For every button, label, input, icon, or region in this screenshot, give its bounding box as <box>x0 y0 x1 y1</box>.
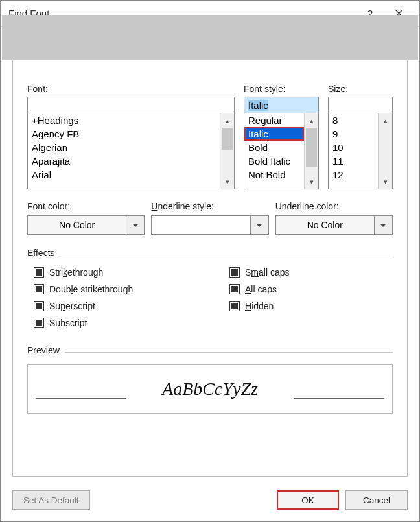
checkbox-double-strikethrough[interactable]: Double strikethrough <box>34 284 197 294</box>
size-label: Size: <box>328 84 393 94</box>
cancel-button[interactable]: Cancel <box>345 490 408 510</box>
chevron-down-icon[interactable] <box>251 215 269 235</box>
list-item[interactable]: Arial <box>28 168 220 182</box>
preview-text: AaBbCcYyZz <box>162 379 258 399</box>
effects-group: Strikethrough Double strikethrough Super… <box>27 267 393 328</box>
font-input[interactable] <box>27 97 235 113</box>
font-style-label: Font style: <box>244 84 319 94</box>
list-item[interactable]: 10 <box>329 141 378 154</box>
size-listbox[interactable]: 8 9 10 11 12 ▴ ▾ <box>328 113 393 189</box>
scroll-down-icon[interactable]: ▾ <box>220 174 234 189</box>
underline-style-label: Underline style: <box>151 201 268 211</box>
chevron-down-icon[interactable] <box>126 215 145 235</box>
effects-label: Effects <box>27 248 55 258</box>
list-item[interactable]: 11 <box>329 154 378 168</box>
scroll-up-icon[interactable]: ▴ <box>379 113 392 128</box>
list-item[interactable]: Agency FB <box>28 127 220 141</box>
list-item[interactable]: Aparajita <box>28 154 220 168</box>
chevron-down-icon[interactable] <box>375 215 393 235</box>
list-item[interactable]: 12 <box>329 168 378 182</box>
scroll-down-icon[interactable]: ▾ <box>379 174 392 189</box>
list-item[interactable]: Italic <box>244 127 304 141</box>
font-style-listbox[interactable]: Regular Italic Bold Bold Italic Not Bold… <box>244 113 319 189</box>
scrollbar[interactable]: ▴ ▾ <box>378 113 392 189</box>
preview-label: Preview <box>27 345 60 355</box>
list-item[interactable]: 8 <box>329 113 378 127</box>
list-item[interactable]: Bold Italic <box>244 154 304 168</box>
checkbox-strikethrough[interactable]: Strikethrough <box>34 267 197 278</box>
checkbox-hidden[interactable]: Hidden <box>229 301 393 311</box>
scroll-up-icon[interactable]: ▴ <box>220 113 234 128</box>
scrollbar[interactable]: ▴ ▾ <box>220 113 234 189</box>
list-item[interactable]: Regular <box>244 113 304 127</box>
font-style-input[interactable]: Italic <box>244 97 319 113</box>
underline-color-combo[interactable]: No Color <box>275 215 393 235</box>
tab-panel-font: Font: +Headings Agency FB Algerian Apara… <box>12 59 408 477</box>
underline-color-label: Underline color: <box>275 201 393 211</box>
list-item[interactable]: Bold <box>244 141 304 154</box>
size-input[interactable] <box>328 97 393 113</box>
ok-button[interactable]: OK <box>277 490 339 510</box>
list-item[interactable]: Not Bold <box>244 168 304 182</box>
list-item[interactable]: 9 <box>329 127 378 141</box>
list-item[interactable]: +Headings <box>28 113 220 127</box>
font-label: Font: <box>27 84 235 94</box>
scroll-down-icon[interactable]: ▾ <box>305 174 318 189</box>
preview-box: AaBbCcYyZz <box>27 364 393 414</box>
set-as-default-button[interactable]: Set As Default <box>12 490 90 510</box>
list-item[interactable]: Algerian <box>28 141 220 154</box>
checkbox-subscript[interactable]: Subscript <box>34 318 197 328</box>
underline-style-combo[interactable] <box>151 215 268 235</box>
font-color-combo[interactable]: No Color <box>27 215 145 235</box>
font-color-label: Font color: <box>27 201 145 211</box>
checkbox-all-caps[interactable]: All caps <box>229 284 393 294</box>
checkbox-small-caps[interactable]: Small caps <box>229 267 393 278</box>
find-font-dialog: Find Font ? Font Advanced Font: +Heading… <box>0 0 420 522</box>
scrollbar[interactable]: ▴ ▾ <box>304 113 318 189</box>
font-listbox[interactable]: +Headings Agency FB Algerian Aparajita A… <box>27 113 235 189</box>
checkbox-superscript[interactable]: Superscript <box>34 301 197 311</box>
scroll-up-icon[interactable]: ▴ <box>305 113 318 128</box>
